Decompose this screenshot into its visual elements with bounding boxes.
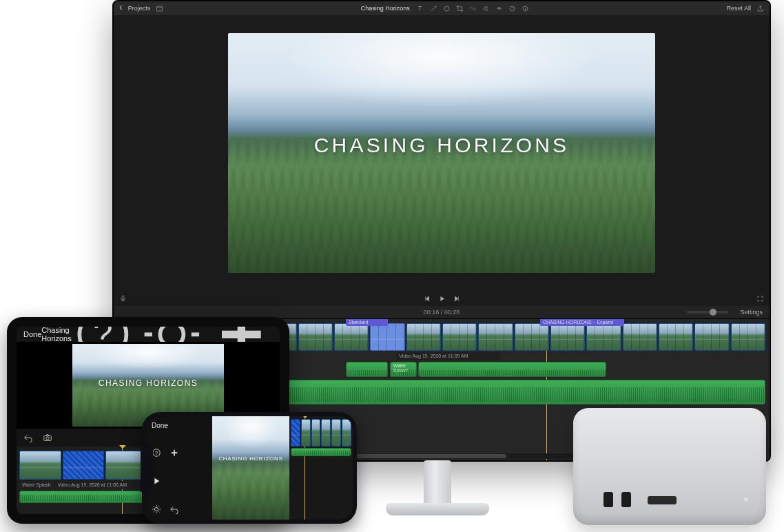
plus-icon[interactable] xyxy=(169,448,179,458)
help-icon[interactable]: ? xyxy=(152,448,161,458)
clip-label: Video Aug 15, 2020 at 11:00 AM xyxy=(396,352,499,360)
undo-icon[interactable] xyxy=(23,433,33,442)
iphone-device: Done ? CHASING HORIZONS xyxy=(142,412,357,524)
audio-clip[interactable]: Water Splash xyxy=(390,362,417,377)
done-button[interactable]: Done xyxy=(23,330,41,338)
music-clip[interactable] xyxy=(291,448,351,456)
svg-rect-0 xyxy=(157,6,163,11)
play-icon[interactable] xyxy=(438,295,446,303)
camera-icon[interactable] xyxy=(43,433,52,442)
expand-icon[interactable] xyxy=(756,295,764,303)
mac-viewer: CHASING HORIZONS xyxy=(114,15,770,291)
video-clip[interactable] xyxy=(301,419,311,447)
reset-all-button[interactable]: Reset All xyxy=(726,5,751,12)
preview-title-overlay: CHASING HORIZONS xyxy=(212,456,289,462)
back-projects-button[interactable]: Projects xyxy=(128,5,151,12)
info-tool-icon[interactable] xyxy=(522,5,529,12)
timecode-current: 00:16 xyxy=(424,309,440,316)
svg-text:T: T xyxy=(418,6,422,12)
mac-titlebar: Projects Chasing Horizons T Res xyxy=(114,1,770,15)
clip-label-row: Water SplashVideo Aug 15, 2020 at 11:00 … xyxy=(19,481,130,489)
svg-point-13 xyxy=(154,507,158,511)
video-clip[interactable] xyxy=(321,419,331,447)
iphone-timeline[interactable] xyxy=(289,416,353,520)
back-chevron-icon[interactable] xyxy=(119,5,123,12)
undo-icon[interactable] xyxy=(169,504,179,514)
iphone-left-panel: Done ? xyxy=(146,416,212,520)
imovie-iphone-window: Done ? CHASING HORIZONS xyxy=(146,416,353,520)
title-tool-icon[interactable]: T xyxy=(417,5,424,12)
video-clip[interactable] xyxy=(291,419,300,447)
clip-label: Water Splash xyxy=(19,481,54,489)
speed-tool-icon[interactable] xyxy=(508,5,516,12)
video-clip[interactable] xyxy=(63,451,105,480)
ipad-titlebar: Done Chasing Horizons ? xyxy=(17,327,280,342)
usb-c-port-2 xyxy=(621,492,631,507)
audio-clip[interactable] xyxy=(418,362,606,377)
zoom-slider[interactable] xyxy=(687,311,728,314)
prev-icon[interactable] xyxy=(424,295,431,303)
project-title: Chasing Horizons xyxy=(41,327,71,342)
share-icon[interactable] xyxy=(756,5,764,12)
done-button[interactable]: Done xyxy=(152,422,168,429)
color-tool-icon[interactable] xyxy=(443,5,451,12)
project-title: Chasing Horizons xyxy=(361,5,410,12)
play-icon[interactable] xyxy=(152,476,161,486)
preview-title-overlay: CHASING HORIZONS xyxy=(72,378,224,388)
preview-title-overlay: CHASING HORIZONS xyxy=(228,134,655,157)
mac-toolbar: T xyxy=(417,5,529,12)
volume-tool-icon[interactable] xyxy=(482,5,490,12)
video-track xyxy=(291,419,351,447)
timecode-total: 00:28 xyxy=(444,309,460,316)
crop-tool-icon[interactable] xyxy=(456,5,464,12)
video-clip[interactable] xyxy=(19,451,61,480)
title-clip[interactable]: Standard xyxy=(346,318,388,326)
stabilize-icon[interactable] xyxy=(469,5,477,12)
video-clip[interactable] xyxy=(331,419,341,447)
svg-point-10 xyxy=(46,437,49,440)
mac-studio-device xyxy=(573,408,766,525)
preview-landscape-image xyxy=(212,416,289,520)
wand-icon[interactable] xyxy=(430,5,437,12)
gear-icon[interactable] xyxy=(152,504,161,514)
video-clip[interactable] xyxy=(342,419,351,447)
power-led xyxy=(744,498,748,502)
iphone-viewer[interactable]: CHASING HORIZONS xyxy=(212,416,289,520)
settings-button[interactable]: Settings xyxy=(740,309,763,316)
title-clip[interactable]: CHASING HORIZONS – Expand xyxy=(540,318,624,326)
audio-track xyxy=(291,448,351,456)
usb-c-port-1 xyxy=(604,492,613,507)
mic-icon[interactable] xyxy=(119,295,127,303)
preview-frame[interactable]: CHASING HORIZONS xyxy=(228,33,655,273)
monitor-stand xyxy=(386,460,489,522)
audio-clip[interactable] xyxy=(346,362,388,377)
library-icon[interactable] xyxy=(156,5,163,12)
sd-card-slot xyxy=(648,496,677,504)
svg-point-2 xyxy=(444,6,449,11)
svg-rect-5 xyxy=(122,296,124,300)
mac-transport-bar xyxy=(114,291,770,306)
svg-text:?: ? xyxy=(155,450,158,456)
next-icon[interactable] xyxy=(453,295,460,303)
noise-tool-icon[interactable] xyxy=(495,5,503,12)
video-clip[interactable] xyxy=(311,419,321,447)
clip-label: Video Aug 15, 2020 at 11:00 AM xyxy=(55,481,130,489)
